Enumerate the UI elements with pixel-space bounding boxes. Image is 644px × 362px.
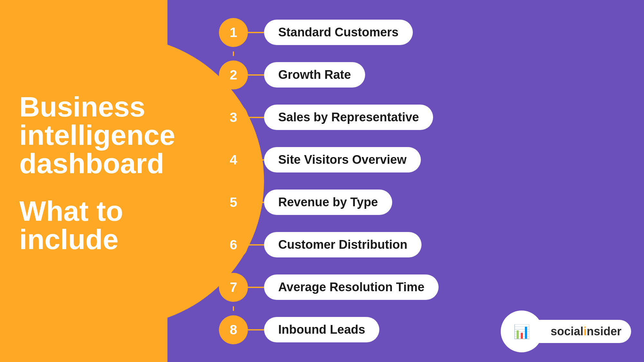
list-item: 6Customer Distribution [219, 230, 618, 259]
main-title: Business intelligence dashboard [19, 93, 142, 178]
vertical-connector [233, 51, 234, 56]
right-section: 1Standard Customers2Growth Rate3Sales by… [167, 0, 644, 362]
list-item: 1Standard Customers [219, 18, 618, 47]
sub-title: What to include [19, 197, 142, 254]
logo-icon: 📊 [513, 324, 530, 339]
logo-brand: 📊 socialinsider [501, 311, 631, 352]
left-text-block: Business intelligence dashboard What to … [19, 93, 142, 254]
vertical-connector [233, 221, 234, 226]
label-pill-3: Sales by Representative [264, 105, 433, 130]
connector-line [248, 74, 264, 76]
list-container: 1Standard Customers2Growth Rate3Sales by… [219, 18, 618, 344]
vertical-connector [233, 179, 234, 183]
logo-icon-circle: 📊 [501, 311, 543, 352]
vertical-connector [233, 306, 234, 311]
connector-line [248, 287, 264, 288]
connector-line [248, 32, 264, 33]
number-circle-2: 2 [219, 60, 248, 89]
connector-line [248, 329, 264, 330]
connector-line [248, 244, 264, 246]
logo-name: socialinsider [535, 320, 631, 343]
label-pill-4: Site Visitors Overview [264, 147, 421, 172]
list-item: 4Site Visitors Overview [219, 145, 618, 174]
vertical-connector [233, 136, 234, 141]
label-pill-1: Standard Customers [264, 20, 413, 45]
list-item: 2Growth Rate [219, 60, 618, 89]
page: { "colors": { "orange": "#FFA826", "purp… [0, 0, 644, 362]
connector-line [248, 117, 264, 118]
number-circle-6: 6 [219, 230, 248, 259]
number-circle-5: 5 [219, 188, 248, 217]
vertical-connector [233, 94, 234, 98]
logo-dot: i [583, 325, 587, 338]
label-pill-7: Average Resolution Time [264, 274, 439, 300]
label-pill-2: Growth Rate [264, 62, 365, 88]
list-item: 5Revenue by Type [219, 188, 618, 217]
label-pill-5: Revenue by Type [264, 190, 392, 215]
logo-area: 📊 socialinsider [501, 311, 631, 352]
list-item: 3Sales by Representative [219, 103, 618, 132]
number-circle-4: 4 [219, 145, 248, 174]
label-pill-8: Inbound Leads [264, 317, 379, 342]
number-circle-3: 3 [219, 103, 248, 132]
number-circle-7: 7 [219, 273, 248, 302]
number-circle-8: 8 [219, 315, 248, 344]
number-circle-1: 1 [219, 18, 248, 47]
list-item: 7Average Resolution Time [219, 273, 618, 302]
label-pill-6: Customer Distribution [264, 232, 421, 257]
vertical-connector [233, 264, 234, 268]
connector-line [248, 159, 264, 161]
connector-line [248, 202, 264, 203]
